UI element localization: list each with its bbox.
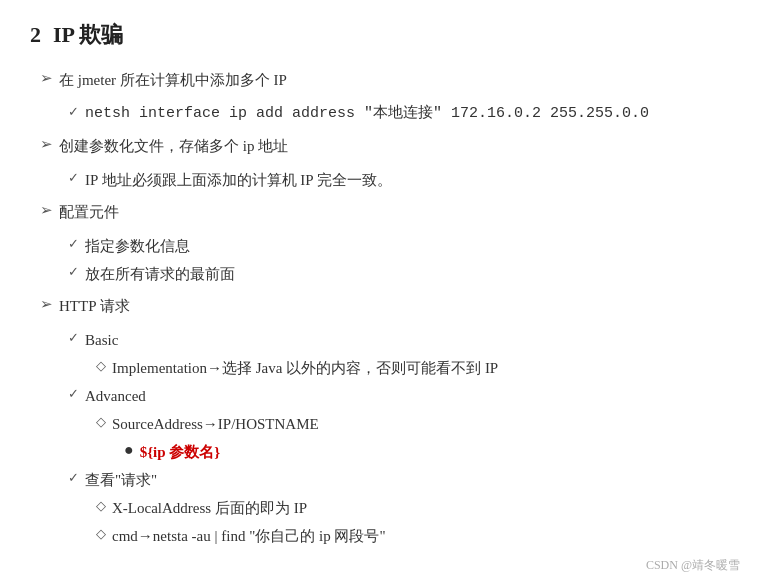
check-icon-1: ✓ (68, 104, 79, 120)
section-1-text: 在 jmeter 所在计算机中添加多个 IP (59, 68, 287, 92)
section-4: ➢ HTTP 请求 ✓ Basic ◇ Implementation→选择 Ja… (40, 294, 728, 548)
check-icon-3a: ✓ (68, 236, 79, 252)
section-3-header: ➢ 配置元件 (40, 200, 728, 224)
check-icon-3b: ✓ (68, 264, 79, 280)
section-4-bullet-ip: ● ${ip 参数名} (40, 440, 728, 464)
check-icon-advanced: ✓ (68, 386, 79, 402)
diamond-cmd-text: cmd→netsta -au | find "你自己的 ip 网段号" (112, 524, 386, 548)
diamond-xlocal-text: X-LocalAddress 后面的即为 IP (112, 496, 307, 520)
check-1-text: netsh interface ip add address "本地连接" 17… (85, 102, 649, 126)
section-3-check-1: ✓ 指定参数化信息 (40, 234, 728, 258)
section-2-text: 创建参数化文件，存储多个 ip 地址 (59, 134, 288, 158)
diamond-icon-source: ◇ (96, 414, 106, 430)
diamond-icon-cmd: ◇ (96, 526, 106, 542)
diamond-icon-impl: ◇ (96, 358, 106, 374)
check-icon-2: ✓ (68, 170, 79, 186)
section-2-check-1: ✓ IP 地址必须跟上面添加的计算机 IP 完全一致。 (40, 168, 728, 192)
section-4-header: ➢ HTTP 请求 (40, 294, 728, 318)
check-icon-basic: ✓ (68, 330, 79, 346)
check-advanced-text: Advanced (85, 384, 146, 408)
section-4-check-advanced: ✓ Advanced (40, 384, 728, 408)
section-2-header: ➢ 创建参数化文件，存储多个 ip 地址 (40, 134, 728, 158)
title-number: 2 (30, 22, 41, 48)
page-title: 2 IP 欺骗 (30, 20, 728, 50)
check-view-text: 查看"请求" (85, 468, 157, 492)
section-4-diamond-cmd: ◇ cmd→netsta -au | find "你自己的 ip 网段号" (40, 524, 728, 548)
bullet-icon-ip: ● (124, 440, 134, 459)
arrow-icon-4: ➢ (40, 295, 53, 313)
diamond-source-text: SourceAddress→IP/HOSTNAME (112, 412, 319, 436)
section-4-check-basic: ✓ Basic (40, 328, 728, 352)
watermark: CSDN @靖冬暖雪 (646, 557, 740, 574)
arrow-icon-3: ➢ (40, 201, 53, 219)
diamond-icon-xlocal: ◇ (96, 498, 106, 514)
check-2-text: IP 地址必须跟上面添加的计算机 IP 完全一致。 (85, 168, 392, 192)
check-3b-text: 放在所有请求的最前面 (85, 262, 235, 286)
section-3-text: 配置元件 (59, 200, 119, 224)
section-4-text: HTTP 请求 (59, 294, 130, 318)
content-area: ➢ 在 jmeter 所在计算机中添加多个 IP ✓ netsh interfa… (30, 68, 728, 548)
section-1-header: ➢ 在 jmeter 所在计算机中添加多个 IP (40, 68, 728, 92)
section-1: ➢ 在 jmeter 所在计算机中添加多个 IP ✓ netsh interfa… (40, 68, 728, 126)
section-3: ➢ 配置元件 ✓ 指定参数化信息 ✓ 放在所有请求的最前面 (40, 200, 728, 286)
check-icon-view: ✓ (68, 470, 79, 486)
title-text: IP 欺骗 (53, 20, 123, 50)
bullet-ip-text: ${ip 参数名} (140, 440, 221, 464)
section-1-check-1: ✓ netsh interface ip add address "本地连接" … (40, 102, 728, 126)
section-4-diamond-impl: ◇ Implementation→选择 Java 以外的内容，否则可能看不到 I… (40, 356, 728, 380)
diamond-impl-text: Implementation→选择 Java 以外的内容，否则可能看不到 IP (112, 356, 498, 380)
section-3-check-2: ✓ 放在所有请求的最前面 (40, 262, 728, 286)
arrow-icon-1: ➢ (40, 69, 53, 87)
section-2: ➢ 创建参数化文件，存储多个 ip 地址 ✓ IP 地址必须跟上面添加的计算机 … (40, 134, 728, 192)
section-4-diamond-source: ◇ SourceAddress→IP/HOSTNAME (40, 412, 728, 436)
check-basic-text: Basic (85, 328, 118, 352)
section-4-diamond-xlocal: ◇ X-LocalAddress 后面的即为 IP (40, 496, 728, 520)
section-4-check-view: ✓ 查看"请求" (40, 468, 728, 492)
check-3a-text: 指定参数化信息 (85, 234, 190, 258)
arrow-icon-2: ➢ (40, 135, 53, 153)
